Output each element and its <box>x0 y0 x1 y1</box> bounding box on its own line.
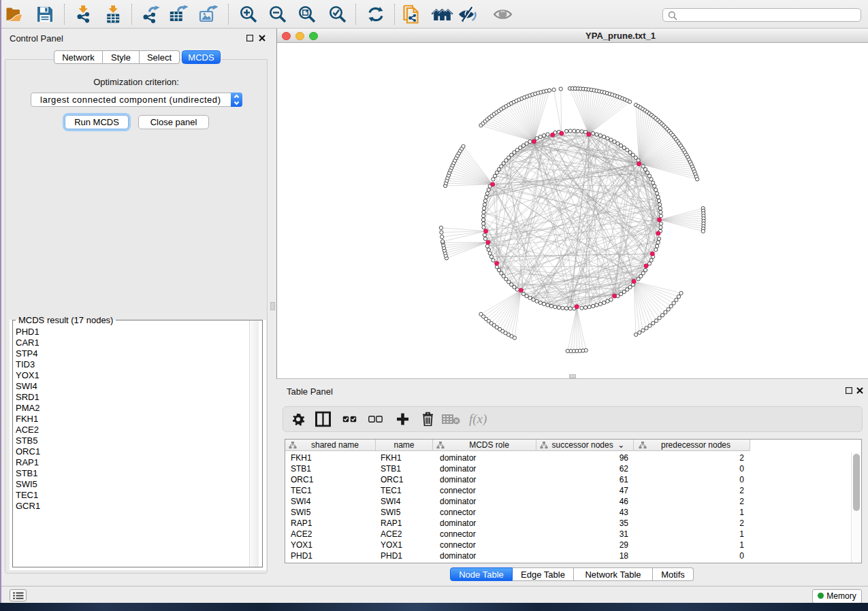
svg-text:f(x): f(x) <box>469 412 487 427</box>
